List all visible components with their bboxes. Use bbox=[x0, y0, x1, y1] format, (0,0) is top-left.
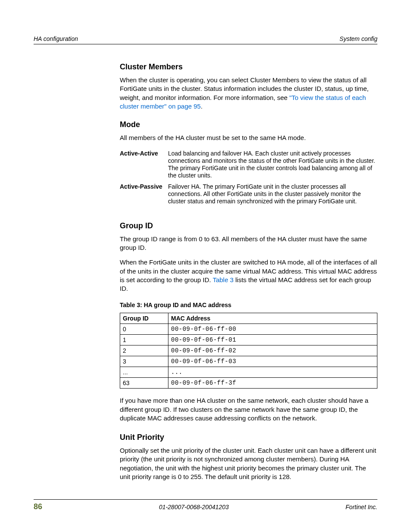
cell-mac: 00-09-0f-06-ff-03 bbox=[168, 356, 377, 367]
table-row: 3 00-09-0f-06-ff-03 bbox=[120, 356, 377, 367]
content-column: Cluster Members When the cluster is oper… bbox=[120, 62, 377, 481]
heading-group-id: Group ID bbox=[120, 221, 377, 230]
definition-row: Active-Passive Failover HA. The primary … bbox=[120, 181, 377, 207]
column-header: MAC Address bbox=[168, 313, 377, 324]
cell-mac: 00-09-0f-06-ff-02 bbox=[168, 345, 377, 356]
running-head-right: System config bbox=[339, 35, 377, 42]
term: Active-Active bbox=[120, 148, 168, 181]
column-header: Group ID bbox=[120, 313, 168, 324]
table-row: ... ... bbox=[120, 367, 377, 378]
cell-group-id: 0 bbox=[120, 324, 168, 335]
cell-mac: 00-09-0f-06-ff-01 bbox=[168, 335, 377, 345]
mode-definition-list: Active-Active Load balancing and failove… bbox=[120, 148, 377, 207]
paragraph: When the FortiGate units in the cluster … bbox=[120, 258, 377, 293]
table-row: 1 00-09-0f-06-ff-01 bbox=[120, 335, 377, 345]
cell-group-id: 2 bbox=[120, 345, 168, 356]
page-number: 86 bbox=[34, 502, 42, 511]
cell-mac: ... bbox=[168, 367, 377, 378]
heading-unit-priority: Unit Priority bbox=[120, 433, 377, 442]
table-row: 0 00-09-0f-06-ff-00 bbox=[120, 324, 377, 335]
table-row: 63 00-09-0f-06-ff-3f bbox=[120, 378, 377, 389]
definition-row: Active-Active Load balancing and failove… bbox=[120, 148, 377, 181]
cell-mac: 00-09-0f-06-ff-3f bbox=[168, 378, 377, 389]
description: Failover HA. The primary FortiGate unit … bbox=[168, 181, 377, 207]
paragraph: The group ID range is from 0 to 63. All … bbox=[120, 235, 377, 252]
description: Load balancing and failover HA. Each clu… bbox=[168, 148, 377, 181]
table-header-row: Group ID MAC Address bbox=[120, 313, 377, 324]
table-caption: Table 3: HA group ID and MAC address bbox=[120, 302, 377, 308]
page-body: HA configuration System config Cluster M… bbox=[34, 35, 377, 487]
text: . bbox=[201, 103, 202, 110]
term: Active-Passive bbox=[120, 181, 168, 207]
heading-mode: Mode bbox=[120, 120, 377, 129]
cell-group-id: 1 bbox=[120, 335, 168, 345]
link-table-3[interactable]: Table 3 bbox=[213, 276, 234, 283]
running-head: HA configuration System config bbox=[34, 35, 377, 44]
paragraph: If you have more than one HA cluster on … bbox=[120, 396, 377, 423]
running-head-left: HA configuration bbox=[34, 35, 78, 42]
table-row: 2 00-09-0f-06-ff-02 bbox=[120, 345, 377, 356]
paragraph: All members of the HA cluster must be se… bbox=[120, 134, 377, 142]
cell-group-id: 3 bbox=[120, 356, 168, 367]
cell-group-id: 63 bbox=[120, 378, 168, 389]
brand-name: Fortinet Inc. bbox=[346, 504, 377, 510]
paragraph: When the cluster is operating, you can s… bbox=[120, 76, 377, 111]
paragraph: Optionally set the unit priority of the … bbox=[120, 446, 377, 481]
mac-address-table: Group ID MAC Address 0 00-09-0f-06-ff-00… bbox=[120, 313, 377, 389]
page-footer: 86 01-28007-0068-20041203 Fortinet Inc. bbox=[34, 499, 377, 511]
document-id: 01-28007-0068-20041203 bbox=[159, 504, 229, 510]
heading-cluster-members: Cluster Members bbox=[120, 62, 377, 72]
cell-group-id: ... bbox=[120, 367, 168, 378]
cell-mac: 00-09-0f-06-ff-00 bbox=[168, 324, 377, 335]
